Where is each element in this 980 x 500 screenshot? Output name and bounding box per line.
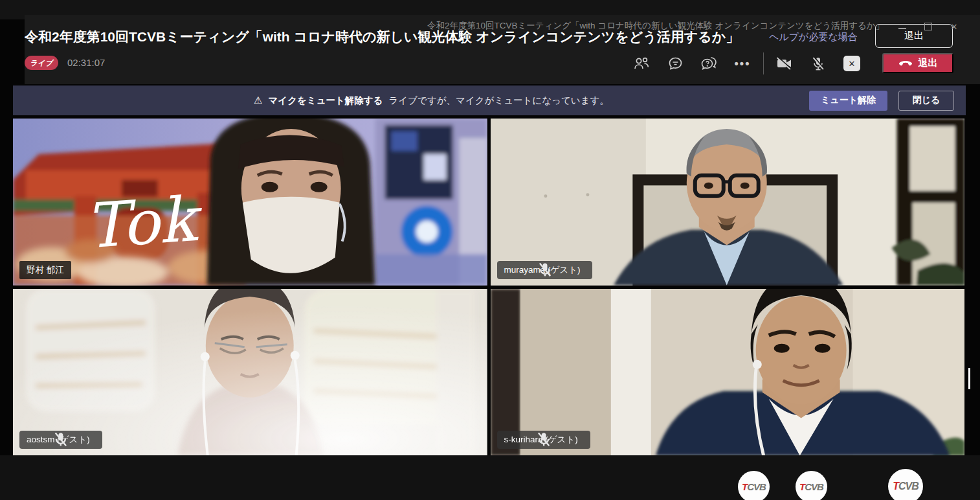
chat-icon[interactable]: [658, 52, 692, 75]
participant-name-label: murayama (ゲスト): [497, 261, 593, 279]
stop-sharing-icon[interactable]: ✕: [843, 56, 860, 71]
minimize-icon[interactable]: [897, 21, 908, 32]
banner-actions: ミュート解除 閉じる: [809, 91, 954, 111]
avatar[interactable]: TCVB: [888, 469, 923, 500]
video-tile-murayama[interactable]: murayama (ゲスト): [491, 119, 965, 286]
maximize-icon[interactable]: [923, 21, 933, 32]
banner-message: ライブですが、マイクがミュートになっています。: [389, 95, 609, 107]
leave-button-label: 退出: [919, 57, 938, 69]
video-tile-aostsm[interactable]: aostsm (ゲスト): [13, 289, 487, 456]
text-cursor-artifact: [968, 368, 970, 389]
participant-name: 野村 郁江: [27, 264, 64, 276]
hangup-icon: [898, 58, 913, 69]
leave-button[interactable]: 退出: [882, 53, 953, 73]
participants-icon[interactable]: [625, 52, 658, 75]
avatar[interactable]: TCVB: [738, 471, 770, 500]
participant-name-label: s-kurihara (ゲスト): [497, 431, 590, 449]
avatar-letter-t: T: [799, 481, 805, 492]
avatar-letter-t: T: [893, 481, 898, 492]
meeting-toolbar: ••• ✕: [625, 51, 869, 76]
toolbar-divider: [763, 52, 764, 74]
help-link[interactable]: ヘルプが必要な場合: [769, 31, 858, 43]
dismiss-button[interactable]: 閉じる: [898, 91, 954, 111]
window-controls: ✕: [897, 21, 959, 32]
participant-name-label: aostsm (ゲスト): [19, 431, 102, 449]
video-grid: Tok: [13, 119, 964, 455]
video-feed-nomura: Tok: [13, 119, 487, 286]
avatar-letter-t: T: [742, 481, 747, 492]
avatar-letters-cvb: CVB: [898, 481, 919, 492]
avatar-letters-cvb: CVB: [805, 481, 823, 492]
live-badge: ライブ: [25, 56, 58, 70]
avatar[interactable]: TCVB: [796, 471, 827, 500]
camera-off-icon[interactable]: [768, 52, 801, 75]
mic-off-icon[interactable]: [801, 52, 835, 75]
participant-name-label: 野村 郁江: [19, 261, 71, 279]
attendee-strip: [0, 455, 980, 500]
meeting-timer: 02:31:07: [67, 57, 105, 68]
unmute-button[interactable]: ミュート解除: [809, 91, 887, 111]
video-tile-nomura[interactable]: Tok: [13, 119, 487, 286]
mute-notification-banner: ⚠ マイクをミュート解除する ライブですが、マイクがミュートになっています。 ミ…: [13, 85, 966, 115]
banner-title: マイクをミュート解除する: [268, 95, 383, 107]
page-title: 令和2年度第10回TCVBミーティング「with コロナ時代の新しい観光体験 オ…: [25, 28, 739, 46]
close-icon[interactable]: ✕: [949, 21, 959, 32]
warning-icon: ⚠: [254, 95, 262, 106]
video-tile-kurihara[interactable]: s-kurihara (ゲスト): [491, 289, 965, 456]
avatar-letters-cvb: CVB: [747, 481, 766, 492]
qa-icon[interactable]: [692, 52, 726, 75]
more-icon[interactable]: •••: [726, 57, 759, 71]
banner-content: ⚠ マイクをミュート解除する ライブですが、マイクがミュートになっています。: [254, 95, 609, 107]
tokyo-script-text: Tok: [84, 183, 205, 262]
